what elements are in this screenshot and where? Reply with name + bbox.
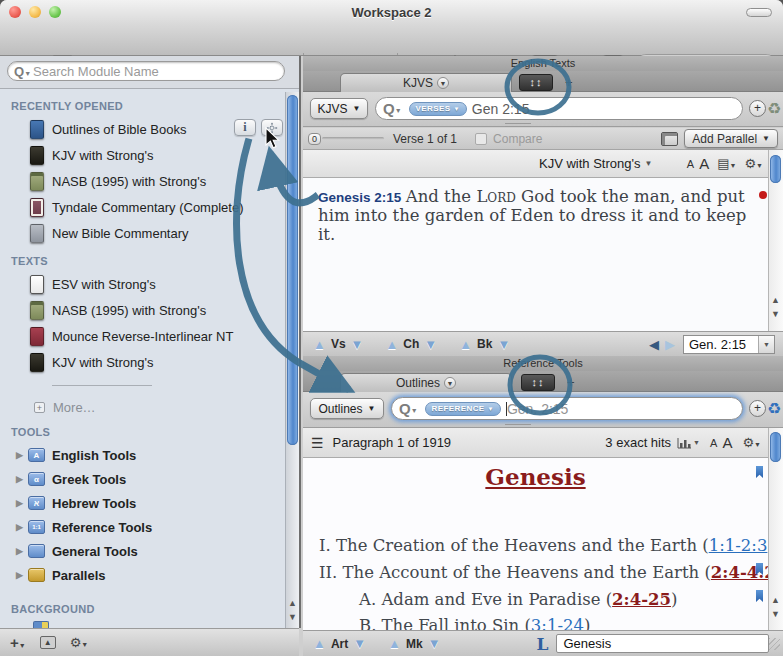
tie-panes-icon[interactable]: ↕↕ <box>519 74 553 91</box>
scroll-down-arrow[interactable]: ▼ <box>769 308 782 321</box>
reference-scope-pill[interactable]: REFERENCE▼ <box>425 402 501 416</box>
add-tab-button[interactable]: + <box>567 375 575 390</box>
font-smaller-button[interactable]: A <box>710 437 717 449</box>
scrollbar-thumb[interactable] <box>770 432 781 462</box>
amplify-module-button[interactable] <box>261 119 283 136</box>
font-larger-button[interactable]: A <box>699 155 709 172</box>
reference-search-field[interactable]: Q▼ REFERENCE▼ Gen. 2:15 <box>391 397 743 420</box>
tab-outlines[interactable]: Outlines ▼ <box>340 373 512 392</box>
atlas-icon-partial[interactable] <box>33 621 49 628</box>
info-button[interactable]: i <box>234 119 256 136</box>
gear-menu-icon[interactable]: ⚙▼ <box>742 435 761 450</box>
compare-checkbox[interactable] <box>475 133 487 145</box>
top-pane-scrollbar[interactable]: ▲ ▼ <box>768 150 783 331</box>
slider-value-bubble[interactable]: 0 <box>308 133 321 145</box>
font-larger-button[interactable]: A <box>722 434 732 451</box>
sidebar-item-reference-tools[interactable]: ▶ 1:1 Reference Tools <box>16 514 276 540</box>
disclosure-triangle-icon[interactable]: ▶ <box>16 474 28 484</box>
display-settings-icon[interactable]: ▤▼ <box>717 156 736 171</box>
mark-down-button[interactable]: ▼ <box>428 636 441 651</box>
article-down-button[interactable]: ▼ <box>353 636 366 651</box>
chapter-up-button[interactable]: ▲ <box>385 337 398 352</box>
sidebar-item-greek-tools[interactable]: ▶ α Greek Tools <box>16 466 276 492</box>
sidebar-item-kjv-strongs-2[interactable]: KJV with Strong's <box>30 349 285 375</box>
disclosure-triangle-icon[interactable]: ▶ <box>16 570 28 580</box>
sidebar-item-general-tools[interactable]: ▶ General Tools <box>16 538 276 564</box>
chevron-down-icon[interactable]: ▼ <box>758 336 774 353</box>
window-resize-grip[interactable] <box>769 638 780 650</box>
add-parallel-button[interactable]: Add Parallel▼ <box>684 129 778 148</box>
module-search-field[interactable]: Q▼ Search Module Name <box>7 61 285 81</box>
refresh-recycle-icon[interactable]: ♻ <box>767 399 781 418</box>
sidebar-item-tyndale-commentary[interactable]: Tyndale Commentary (Complete) <box>30 194 285 220</box>
add-search-button[interactable]: + <box>749 400 766 417</box>
gear-menu-button[interactable]: ⚙▼ <box>70 635 89 650</box>
scrollbar-thumb[interactable] <box>770 155 781 183</box>
history-forward-button[interactable]: ▶ <box>665 337 675 352</box>
pane-resize-grip[interactable] <box>505 123 531 127</box>
goto-article-field[interactable]: Genesis <box>556 634 769 653</box>
scroll-up-arrow[interactable]: ▲ <box>286 597 299 610</box>
chapter-down-button[interactable]: ▼ <box>424 337 437 352</box>
sidebar-item-kjv-strongs[interactable]: KJV with Strong's <box>30 142 285 168</box>
column-title[interactable]: KJV with Strong's <box>539 156 640 171</box>
module-selector-outlines[interactable]: Outlines▼ <box>310 398 384 419</box>
mark-up-button[interactable]: ▲ <box>388 636 401 651</box>
disclosure-triangle-icon[interactable]: ▶ <box>16 522 28 532</box>
browser-list-icon[interactable]: ☰ <box>311 435 324 451</box>
book-up-button[interactable]: ▲ <box>459 337 472 352</box>
sidebar-item-nasb-strongs-2[interactable]: NASB (1995) with Strong's <box>30 297 285 323</box>
bookmark-icon[interactable] <box>756 590 763 602</box>
hits-graph-icon[interactable] <box>677 436 692 449</box>
sidebar-item-nasb-strongs[interactable]: NASB (1995) with Strong's <box>30 168 285 194</box>
disclosure-triangle-icon[interactable]: ▶ <box>16 450 28 460</box>
article-up-button[interactable]: ▲ <box>313 636 326 651</box>
image-view-button[interactable]: ▲ <box>40 636 56 649</box>
verse-slider[interactable] <box>322 137 384 140</box>
verse-link[interactable]: 1:1-2:3 <box>709 536 768 555</box>
add-button[interactable]: +▼ <box>10 634 26 651</box>
goto-verse-combo[interactable]: Gen. 2:15 ▼ <box>683 335 775 354</box>
scroll-up-arrow[interactable]: ▲ <box>769 594 782 607</box>
toolbar-toggle-lozenge[interactable] <box>746 8 772 17</box>
sidebar-item-parallels[interactable]: ▶ Parallels <box>16 562 276 588</box>
tab-menu-chevron-icon[interactable]: ▼ <box>437 77 449 89</box>
verse-search-field[interactable]: Q▼ VERSES▼ Gen 2:15 <box>375 97 743 120</box>
bible-text-area[interactable]: Genesis 2:15 And the Lord God took the m… <box>303 178 783 331</box>
scrollbar-thumb[interactable] <box>287 95 298 445</box>
sidebar-item-esv-strongs[interactable]: ESV with Strong's <box>30 271 285 297</box>
font-smaller-button[interactable]: A <box>687 158 694 170</box>
verse-reference[interactable]: Genesis 2:15 <box>318 190 401 205</box>
scroll-down-arrow[interactable]: ▼ <box>286 611 299 624</box>
goto-article-value: Genesis <box>563 636 611 651</box>
disclosure-triangle-icon[interactable]: ▶ <box>16 546 28 556</box>
disclosure-triangle-icon[interactable]: ▶ <box>16 498 28 508</box>
add-search-button[interactable]: + <box>749 100 766 117</box>
history-back-button[interactable]: ◀ <box>649 337 659 352</box>
verse-down-button[interactable]: ▼ <box>351 337 364 352</box>
more-button[interactable]: + More… <box>34 394 234 420</box>
tab-menu-chevron-icon[interactable]: ▼ <box>444 377 456 389</box>
scroll-up-arrow[interactable]: ▲ <box>769 294 782 307</box>
sidebar-scrollbar[interactable]: ▲ ▼ <box>285 92 299 628</box>
hit-verse-link[interactable]: 2:4-25 <box>612 590 671 609</box>
book-down-button[interactable]: ▼ <box>497 337 510 352</box>
tie-panes-icon[interactable]: ↕↕ <box>521 374 555 391</box>
chevron-down-icon: ▼ <box>24 70 31 77</box>
sidebar-item-new-bible-commentary[interactable]: New Bible Commentary <box>30 220 285 246</box>
verses-scope-pill[interactable]: VERSES▼ <box>409 102 467 116</box>
add-tab-button[interactable]: + <box>565 75 573 90</box>
sidebar-item-mounce-interlinear[interactable]: Mounce Reverse-Interlinear NT <box>30 323 285 349</box>
scroll-down-arrow[interactable]: ▼ <box>769 608 782 621</box>
sidebar-item-english-tools[interactable]: ▶ A English Tools <box>16 442 276 468</box>
verse-up-button[interactable]: ▲ <box>313 337 326 352</box>
outline-content-area[interactable]: Genesis I. The Creation of the Heavens a… <box>303 458 783 630</box>
chevron-down-icon: ▼ <box>644 159 652 168</box>
tab-kjvs[interactable]: KJVS ▼ <box>340 73 512 92</box>
sidebar-item-hebrew-tools[interactable]: ▶ א Hebrew Tools <box>16 490 276 516</box>
gear-menu-icon[interactable]: ⚙▼ <box>744 156 763 171</box>
parallel-pane-icon[interactable] <box>661 132 678 146</box>
refresh-recycle-icon[interactable]: ♻ <box>767 99 781 118</box>
bottom-pane-scrollbar[interactable]: ▲ ▼ <box>768 428 783 630</box>
module-selector-kjvs[interactable]: KJVS▼ <box>310 98 368 119</box>
